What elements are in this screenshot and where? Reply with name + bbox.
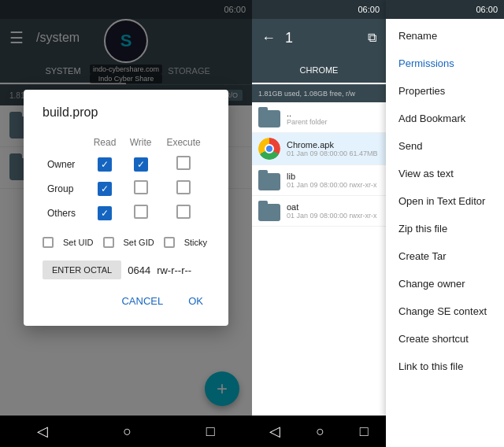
dialog-title: build.prop — [43, 105, 209, 120]
back-nav-right[interactable]: ◁ — [269, 423, 280, 440]
owner-write-checkbox[interactable] — [134, 157, 148, 172]
permissions-table: Read Write Execute Owner Group — [43, 132, 209, 226]
setgid-label: Set GID — [124, 238, 154, 247]
octal-value: 0644 — [128, 264, 150, 276]
list-item[interactable]: oat 01 Jan 09 08:00:00 rwxr-xr-x — [252, 196, 386, 227]
row-label-others: Others — [44, 201, 86, 224]
list-item[interactable]: lib 01 Jan 09 08:00:00 rwxr-xr-x — [252, 165, 386, 196]
setgid-checkbox[interactable] — [103, 237, 114, 248]
sticky-checkbox[interactable] — [164, 237, 175, 248]
left-panel: 06:00 ☰ /system S indo-cybershare.com In… — [0, 0, 252, 447]
nav-bar-left: ◁ ○ □ — [0, 416, 252, 447]
nav-bar-right: ◁ ○ □ — [252, 416, 386, 447]
back-button-right[interactable]: ← — [261, 30, 276, 46]
right-header: ← 1 ⧉ — [252, 19, 386, 57]
menu-item-add-bookmark[interactable]: Add Bookmark — [386, 105, 504, 132]
list-item[interactable]: .. Parent folder — [252, 102, 386, 133]
dialog-actions: CANCEL OK — [43, 292, 209, 310]
tab-chrome[interactable]: CHROME — [252, 57, 386, 84]
group-read-checkbox[interactable] — [98, 182, 112, 196]
permissions-dialog: build.prop Read Write Execute Owner — [24, 90, 228, 326]
row-label-group: Group — [44, 177, 86, 200]
menu-item-zip-file[interactable]: Zip this file — [386, 215, 504, 242]
file-name: lib — [287, 172, 380, 181]
status-time-right: 06:00 — [358, 5, 380, 14]
octal-perm-string: rw-r--r-- — [157, 264, 191, 276]
context-menu-status-bar: 06:00 — [386, 0, 504, 19]
perm-row-group: Group — [44, 177, 208, 200]
menu-item-create-tar[interactable]: Create Tar — [386, 242, 504, 270]
setuid-label: Set UID — [63, 238, 94, 247]
others-read-checkbox[interactable] — [98, 206, 112, 220]
file-name: .. — [287, 109, 380, 118]
folder-icon — [258, 110, 280, 127]
copy-icon[interactable]: ⧉ — [368, 31, 376, 45]
context-menu: 06:00 Rename Permissions Properties Add … — [386, 0, 504, 447]
col-execute: Execute — [159, 134, 208, 151]
folder-icon — [258, 204, 280, 221]
file-list-right: .. Parent folder Chrome.apk 01 Jan 09 08… — [252, 102, 386, 416]
menu-item-rename[interactable]: Rename — [386, 22, 504, 50]
menu-item-link-to-file[interactable]: Link to this file — [386, 353, 504, 380]
others-execute-checkbox[interactable] — [176, 205, 191, 219]
home-nav-left[interactable]: ○ — [123, 423, 132, 440]
owner-execute-checkbox[interactable] — [176, 156, 191, 170]
right-file-panel: 06:00 ← 1 ⧉ CHROME 1.81GB used, 1.08GB f… — [252, 0, 386, 447]
breadcrumb-right: 1 — [285, 30, 358, 46]
menu-item-send[interactable]: Send — [386, 132, 504, 160]
menu-item-create-shortcut[interactable]: Create shortcut — [386, 325, 504, 353]
col-write: Write — [124, 134, 158, 151]
perm-row-owner: Owner — [44, 153, 208, 175]
file-meta: 01 Jan 09 08:00:00 61.47MB — [287, 150, 380, 157]
file-name: oat — [287, 202, 380, 212]
group-write-checkbox[interactable] — [134, 180, 148, 194]
square-nav-left[interactable]: □ — [206, 423, 215, 440]
folder-icon — [258, 173, 280, 190]
breadcrumb-number: 1 — [285, 30, 293, 46]
extra-options: Set UID Set GID Sticky — [43, 237, 209, 248]
home-nav-right[interactable]: ○ — [316, 423, 324, 440]
menu-item-change-owner[interactable]: Change owner — [386, 270, 504, 297]
enter-octal-button[interactable]: ENTER OCTAL — [43, 260, 121, 279]
back-nav-left[interactable]: ◁ — [37, 423, 48, 440]
square-nav-right[interactable]: □ — [360, 423, 369, 440]
status-bar-right: 06:00 — [252, 0, 386, 19]
menu-item-view-as-text[interactable]: View as text — [386, 160, 504, 187]
context-menu-items: Rename Permissions Properties Add Bookma… — [386, 19, 504, 383]
list-item-chrome-apk[interactable]: Chrome.apk 01 Jan 09 08:00:00 61.47MB — [252, 133, 386, 165]
chrome-apk-icon — [258, 138, 280, 160]
octal-row: ENTER OCTAL 0644 rw-r--r-- — [43, 260, 209, 279]
menu-item-change-se-context[interactable]: Change SE context — [386, 297, 504, 325]
menu-item-properties[interactable]: Properties — [386, 77, 504, 105]
sticky-label: Sticky — [184, 238, 207, 247]
perm-row-others: Others — [44, 201, 208, 224]
dialog-overlay: build.prop Read Write Execute Owner — [0, 0, 252, 416]
others-write-checkbox[interactable] — [134, 205, 148, 219]
group-execute-checkbox[interactable] — [176, 180, 191, 194]
file-meta: 01 Jan 09 08:00:00 rwxr-xr-x — [287, 181, 380, 189]
row-label-owner: Owner — [44, 153, 86, 175]
menu-item-permissions[interactable]: Permissions — [386, 50, 504, 77]
right-panel: 06:00 ← 1 ⧉ CHROME 1.81GB used, 1.08GB f… — [252, 0, 504, 447]
col-read: Read — [87, 134, 122, 151]
file-meta: Parent folder — [287, 118, 380, 126]
storage-info-right: 1.81GB used, 1.08GB free, r/w — [252, 85, 386, 102]
right-tabs: CHROME — [252, 57, 386, 85]
context-menu-time: 06:00 — [476, 5, 498, 14]
owner-read-checkbox[interactable] — [98, 157, 112, 172]
ok-button[interactable]: OK — [182, 292, 209, 310]
setuid-checkbox[interactable] — [43, 237, 54, 248]
cancel-button[interactable]: CANCEL — [115, 292, 169, 310]
file-meta: 01 Jan 09 08:00:00 rwxr-xr-x — [287, 212, 380, 220]
menu-item-open-text-editor[interactable]: Open in Text Editor — [386, 187, 504, 215]
file-name: Chrome.apk — [287, 140, 380, 150]
